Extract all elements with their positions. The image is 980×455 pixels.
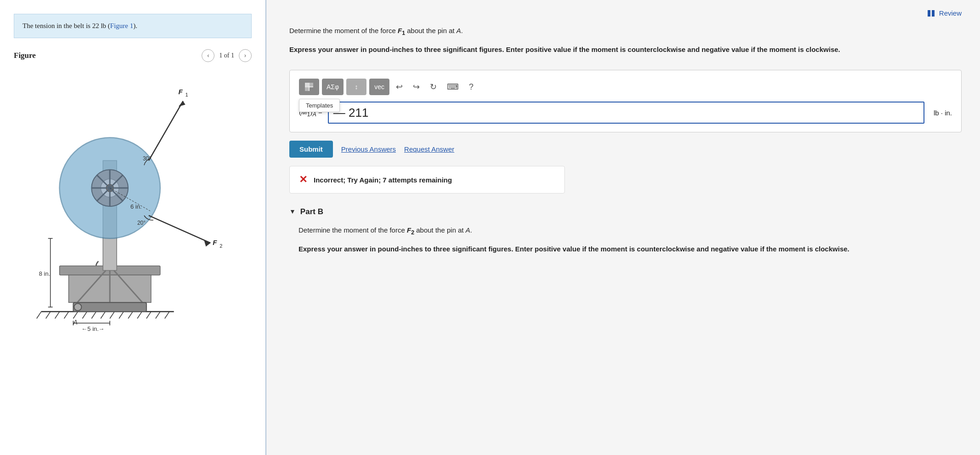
- figure-nav: ‹ 1 of 1 ›: [202, 49, 252, 62]
- review-icon: [928, 10, 935, 17]
- undo-button[interactable]: ↩: [392, 80, 406, 94]
- templates-button[interactable]: [299, 79, 319, 95]
- figure-diagram: A 6 in. F 1: [14, 68, 252, 335]
- svg-text:1: 1: [186, 91, 188, 97]
- submit-button[interactable]: Submit: [289, 141, 333, 158]
- figure1-link[interactable]: Figure 1: [110, 22, 133, 29]
- collapse-arrow[interactable]: ▼: [289, 208, 296, 216]
- force-f1-label: F: [398, 27, 402, 34]
- math-toolbar: Templates AΣφ ↕ vec ↩ ↪ ↻ ⌨: [299, 79, 952, 95]
- part-b-instructions: Express your answer in pound-inches to t…: [289, 244, 962, 255]
- force-f2-label: F: [407, 226, 411, 234]
- input-row: (M1)A = — 211 lb · in.: [299, 102, 952, 124]
- svg-text:2: 2: [220, 243, 222, 248]
- figure-header: Figure ‹ 1 of 1 ›: [14, 49, 252, 62]
- feedback-box: ✕ Incorrect; Try Again; 7 attempts remai…: [289, 166, 565, 193]
- math-input-field[interactable]: — 211: [328, 102, 924, 124]
- svg-text:8 in.: 8 in.: [39, 270, 50, 277]
- refresh-button[interactable]: ↻: [426, 80, 440, 94]
- math-symbols-button[interactable]: AΣφ: [322, 79, 344, 95]
- redo-button[interactable]: ↪: [409, 80, 423, 94]
- svg-text:F: F: [213, 238, 217, 246]
- svg-rect-54: [305, 83, 309, 86]
- review-link-container: Review: [289, 9, 962, 17]
- request-answer-button[interactable]: Request Answer: [404, 145, 454, 153]
- help-button[interactable]: ?: [465, 80, 477, 94]
- svg-text:F: F: [179, 87, 183, 95]
- svg-rect-55: [310, 83, 313, 86]
- templates-btn-wrapper: Templates: [299, 79, 319, 95]
- svg-text:20°: 20°: [137, 219, 146, 226]
- part-b-question: Determine the moment of the force F2 abo…: [289, 225, 962, 237]
- templates-tooltip: Templates: [299, 99, 340, 112]
- part-b-section: ▼ Part B Determine the moment of the for…: [289, 207, 962, 255]
- tension-text: The tension in the belt is 22 lb (: [23, 22, 110, 29]
- previous-answers-button[interactable]: Previous Answers: [341, 145, 396, 153]
- keyboard-button[interactable]: ⌨: [443, 80, 462, 94]
- svg-text:30°: 30°: [143, 155, 151, 162]
- left-panel: The tension in the belt is 22 lb (Figure…: [0, 0, 266, 455]
- figure-title: Figure: [14, 51, 36, 60]
- submit-row: Submit Previous Answers Request Answer: [289, 141, 962, 158]
- tension-info-box: The tension in the belt is 22 lb (Figure…: [14, 14, 252, 38]
- vec-button[interactable]: vec: [369, 79, 389, 95]
- pin-a-label: A: [456, 27, 461, 34]
- svg-text:6 in.: 6 in.: [130, 203, 141, 210]
- review-link[interactable]: Review: [928, 9, 962, 17]
- figure-nav-count: 1 of 1: [219, 52, 234, 59]
- right-panel: Review Determine the moment of the force…: [266, 0, 980, 455]
- instructions-text-partA: Express your answer in pound-inches to t…: [289, 44, 962, 55]
- figure-next-button[interactable]: ›: [239, 49, 252, 62]
- tension-text2: ).: [133, 22, 137, 29]
- part-b-title: Part B: [300, 207, 323, 216]
- incorrect-icon: ✕: [299, 174, 307, 186]
- svg-point-23: [74, 303, 81, 311]
- question-text-partA: Determine the moment of the force F1 abo…: [289, 25, 962, 38]
- arrows-button[interactable]: ↕: [346, 79, 366, 95]
- svg-rect-22: [73, 302, 146, 312]
- answer-area-partA: Templates AΣφ ↕ vec ↩ ↪ ↻ ⌨: [289, 70, 962, 132]
- diagram-svg: A 6 in. F 1: [14, 68, 252, 335]
- input-unit: lb · in.: [934, 109, 952, 117]
- part-b-header: ▼ Part B: [289, 207, 962, 216]
- feedback-text: Incorrect; Try Again; 7 attempts remaini…: [314, 176, 452, 184]
- figure-prev-button[interactable]: ‹: [202, 49, 214, 62]
- svg-rect-56: [305, 87, 309, 91]
- svg-text:←5 in.→: ←5 in.→: [81, 325, 104, 332]
